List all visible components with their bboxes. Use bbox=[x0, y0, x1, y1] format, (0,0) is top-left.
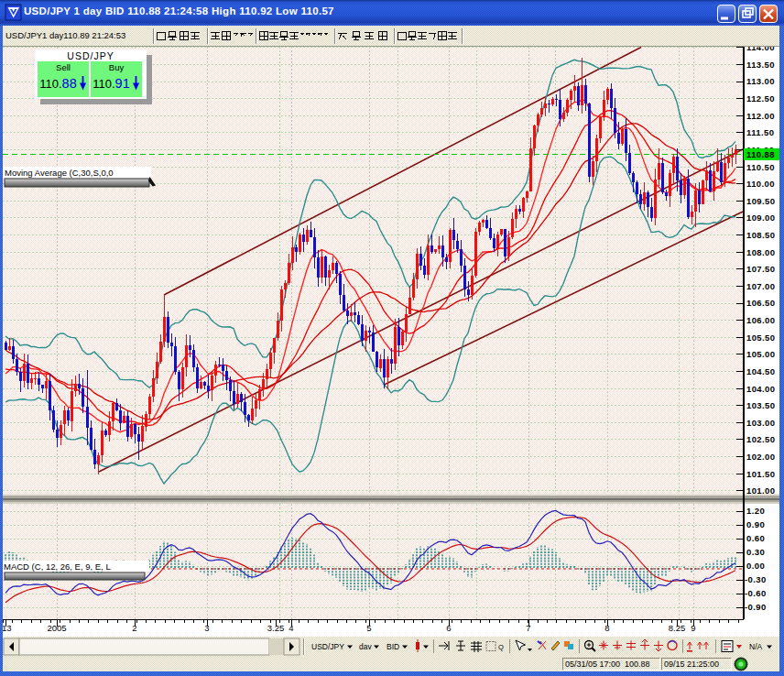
svg-text:Moving Average (C,30,S,0,0: Moving Average (C,30,S,0,0 bbox=[5, 168, 114, 178]
svg-text:3: 3 bbox=[204, 623, 209, 633]
svg-text:114.00: 114.00 bbox=[746, 47, 775, 52]
svg-text:102.50: 102.50 bbox=[746, 434, 775, 444]
svg-text:0.60: 0.60 bbox=[746, 533, 765, 543]
svg-text:104.50: 104.50 bbox=[746, 366, 775, 376]
svg-text:105.00: 105.00 bbox=[746, 349, 775, 359]
svg-text:8.25: 8.25 bbox=[669, 623, 686, 633]
svg-text:4: 4 bbox=[289, 623, 293, 633]
svg-text:-0.90: -0.90 bbox=[745, 602, 767, 612]
svg-text:MACD (C, 12, 26, E, 9, E, L: MACD (C, 12, 26, E, 9, E, L bbox=[4, 562, 111, 572]
svg-text:107.50: 107.50 bbox=[746, 264, 775, 274]
svg-text:101.50: 101.50 bbox=[746, 469, 775, 479]
svg-text:111.50: 111.50 bbox=[746, 127, 774, 137]
svg-text:6: 6 bbox=[446, 623, 451, 633]
svg-text:106.50: 106.50 bbox=[746, 298, 775, 308]
svg-text:0.30: 0.30 bbox=[746, 547, 765, 557]
svg-text:N/A: N/A bbox=[749, 642, 763, 651]
svg-text:110.00: 110.00 bbox=[746, 179, 775, 189]
svg-text:110.50: 110.50 bbox=[746, 162, 775, 172]
svg-text:110.88: 110.88 bbox=[746, 149, 775, 159]
svg-text:USD/JPY: USD/JPY bbox=[311, 642, 344, 651]
svg-text:105.50: 105.50 bbox=[746, 333, 775, 343]
svg-text:106.00: 106.00 bbox=[746, 315, 775, 325]
svg-text:103.00: 103.00 bbox=[746, 418, 775, 428]
svg-text:2: 2 bbox=[132, 623, 136, 633]
svg-text:112.50: 112.50 bbox=[746, 93, 775, 104]
svg-text:1.20: 1.20 bbox=[746, 506, 765, 516]
svg-text:101.00: 101.00 bbox=[746, 485, 775, 496]
svg-text:dav: dav bbox=[359, 642, 372, 651]
svg-text:7: 7 bbox=[526, 623, 530, 633]
svg-text:107.00: 107.00 bbox=[746, 281, 775, 291]
svg-text:103.50: 103.50 bbox=[746, 400, 775, 410]
svg-text:102.00: 102.00 bbox=[746, 452, 775, 462]
svg-text:104.00: 104.00 bbox=[746, 384, 775, 394]
svg-text:109.50: 109.50 bbox=[746, 196, 775, 206]
svg-text:8: 8 bbox=[604, 623, 609, 633]
svg-text:108.50: 108.50 bbox=[746, 230, 775, 240]
svg-text:0.90: 0.90 bbox=[746, 519, 765, 529]
svg-text:5: 5 bbox=[366, 623, 371, 633]
svg-text:112.00: 112.00 bbox=[746, 111, 775, 121]
svg-text:-0.30: -0.30 bbox=[745, 574, 767, 584]
svg-text:108.00: 108.00 bbox=[746, 247, 775, 257]
svg-text:2005: 2005 bbox=[47, 623, 66, 633]
svg-text:113.00: 113.00 bbox=[746, 76, 775, 86]
svg-text:-0.60: -0.60 bbox=[745, 588, 767, 598]
svg-text:Q: Q bbox=[498, 643, 504, 651]
svg-text:BID: BID bbox=[387, 642, 399, 651]
svg-text:113.50: 113.50 bbox=[746, 60, 775, 70]
svg-text:109.00: 109.00 bbox=[746, 213, 775, 223]
svg-text:0.00: 0.00 bbox=[746, 561, 765, 571]
svg-text:3.25: 3.25 bbox=[267, 623, 285, 633]
svg-text:9: 9 bbox=[691, 623, 695, 633]
